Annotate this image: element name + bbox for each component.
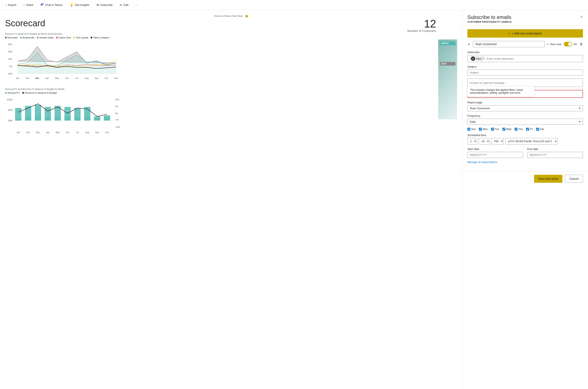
- svg-text:Sep: Sep: [95, 77, 98, 79]
- chart1-svg: 60% 40% 20% 0% -20% Jan Feb Mar Apr May …: [5, 40, 122, 82]
- legend-dot-valery: [91, 37, 92, 38]
- end-date-input[interactable]: [527, 152, 583, 158]
- edit-icon: ✏: [120, 3, 122, 7]
- svg-text:May: May: [56, 131, 60, 133]
- svg-text:-10%: -10%: [115, 126, 120, 128]
- manage-subscriptions-link[interactable]: Manage all subscriptions: [467, 161, 583, 164]
- legend-label-valery: Valery Ushakov: [93, 36, 109, 39]
- day-fri-checkbox[interactable]: [526, 128, 529, 131]
- more-icon: ···: [136, 3, 138, 6]
- legend-revenuety: RevenueTY: [5, 92, 20, 94]
- subscription-name-input[interactable]: [473, 41, 545, 47]
- avatar-alex: A: [471, 57, 475, 61]
- email-tag-name: Alex: [476, 57, 481, 60]
- email-input-container[interactable]: A Alex ×: [467, 55, 583, 62]
- share-button[interactable]: ↑ Share: [22, 2, 35, 7]
- legend-label-variance: Revenue % Variance to Budget: [25, 92, 57, 94]
- legend-label-revenuety: RevenueTY: [7, 92, 20, 94]
- add-subscription-label: + Add new subscription: [512, 32, 542, 35]
- scheduled-time-group: Scheduled time 2 15 PM AM (UTC-08:00) Pa…: [467, 133, 583, 144]
- svg-text:T: T: [42, 3, 43, 5]
- svg-text:Feb: Feb: [26, 131, 30, 133]
- message-input[interactable]: [467, 79, 583, 87]
- day-wed-checkbox[interactable]: [503, 128, 505, 131]
- day-tue-checkbox[interactable]: [491, 128, 494, 131]
- day-wed-label: Wed: [506, 128, 511, 131]
- map-area: NORTH EAST: [438, 39, 457, 119]
- svg-text:10%: 10%: [115, 98, 119, 101]
- day-thu-checkbox[interactable]: [515, 128, 518, 131]
- chart1-legend: Executive Andrew Ma Annelie Zubar Carlos…: [5, 36, 457, 39]
- collapse-button[interactable]: ∧: [467, 42, 470, 46]
- add-icon: +: [508, 32, 510, 35]
- time-minute-select[interactable]: 15: [479, 138, 490, 144]
- email-tag-remove[interactable]: ×: [482, 57, 483, 60]
- days-row: Sun Mon Tue Wed Thu: [467, 128, 583, 131]
- close-button[interactable]: ×: [580, 14, 583, 20]
- legend-label-andrew: Andrew Ma: [23, 36, 34, 39]
- svg-text:Jun: Jun: [65, 77, 69, 79]
- legend-andrew: Andrew Ma: [20, 36, 34, 39]
- legend-label-tina: Tina Lassila: [76, 36, 88, 39]
- day-mon-label: Mon: [483, 128, 487, 131]
- svg-text:Aug: Aug: [85, 77, 88, 79]
- email-input[interactable]: [486, 57, 581, 60]
- svg-text:Nov: Nov: [114, 77, 118, 79]
- start-date-input[interactable]: [467, 152, 523, 158]
- panel-header: Subscribe to emails CUSTOMER PROFITABILI…: [462, 10, 588, 26]
- export-icon: ↑: [5, 3, 7, 7]
- subscription-content: ∧ ▷ Run now On 🗑 Subscribe: [462, 41, 588, 171]
- save-and-close-button[interactable]: Save and close: [534, 175, 563, 183]
- day-sat-label: Sat: [540, 128, 544, 131]
- share-label: Share: [26, 3, 33, 6]
- export-label: Export: [8, 3, 16, 6]
- svg-text:20%: 20%: [8, 58, 12, 60]
- svg-text:$0M: $0M: [8, 120, 12, 122]
- subscribe-label: Subscribe: [101, 3, 113, 6]
- chat-in-teams-button[interactable]: T Chat in Teams: [39, 2, 64, 8]
- timezone-select[interactable]: (UTC-08:00) Pacific Time (US and C: [505, 138, 558, 144]
- legend-tina: Tina Lassila: [73, 36, 88, 39]
- run-now-label: Run now: [550, 43, 561, 46]
- svg-rect-42: [35, 115, 41, 121]
- report-page-select[interactable]: Team Scorecard: [467, 105, 583, 111]
- panel-subtitle: CUSTOMER PROFITABILITY SAMPLE: [467, 21, 512, 23]
- legend-valery: Valery Ushakov: [91, 36, 109, 39]
- subscribe-button[interactable]: ✉ Subscribe: [95, 2, 114, 8]
- more-button[interactable]: ···: [134, 2, 140, 7]
- insights-icon: 💡: [70, 3, 74, 7]
- export-button[interactable]: ↑ Export: [4, 2, 18, 7]
- subject-input[interactable]: [467, 69, 583, 76]
- day-sat-checkbox[interactable]: [536, 128, 539, 131]
- svg-rect-54: [94, 118, 100, 121]
- svg-text:-5%: -5%: [115, 119, 119, 121]
- edit-label: Edit: [124, 3, 128, 6]
- day-mon-checkbox[interactable]: [479, 128, 482, 131]
- svg-rect-56: [104, 117, 110, 121]
- get-insights-button[interactable]: 💡 Get insights: [68, 2, 91, 8]
- delete-button[interactable]: 🗑: [580, 42, 583, 46]
- subscribe-icon: ✉: [96, 3, 99, 7]
- time-hour-select[interactable]: 2: [467, 138, 477, 144]
- cancel-button[interactable]: Cancel: [565, 175, 583, 183]
- revenue-dot: [246, 15, 248, 17]
- subscription-header-row: ∧ ▷ Run now On 🗑: [467, 41, 583, 47]
- toggle-switch[interactable]: [564, 42, 572, 46]
- add-subscription-button[interactable]: + + Add new subscription: [467, 29, 583, 38]
- run-now-button[interactable]: ▷ Run now: [547, 43, 561, 46]
- day-sun-checkbox[interactable]: [467, 128, 470, 131]
- panel-title: Subscribe to emails: [467, 14, 512, 20]
- date-row: Start date End date: [467, 147, 583, 158]
- subscribe-field-label: Subscribe: [467, 51, 583, 54]
- toggle-container: On: [564, 42, 577, 46]
- chart2-section: RevenueTY and Revenue % Variance to Budg…: [5, 88, 457, 138]
- svg-text:0%: 0%: [9, 65, 13, 68]
- legend-label-executive: Executive: [7, 36, 18, 39]
- frequency-select[interactable]: Daily: [467, 119, 583, 125]
- svg-text:Apr: Apr: [46, 131, 50, 133]
- edit-button[interactable]: ✏ Edit: [118, 2, 130, 8]
- legend-dot-revenuety: [5, 92, 7, 94]
- day-tue: Tue: [491, 128, 499, 131]
- time-ampm-select[interactable]: PM AM: [492, 138, 504, 144]
- end-date-field: End date: [527, 147, 583, 158]
